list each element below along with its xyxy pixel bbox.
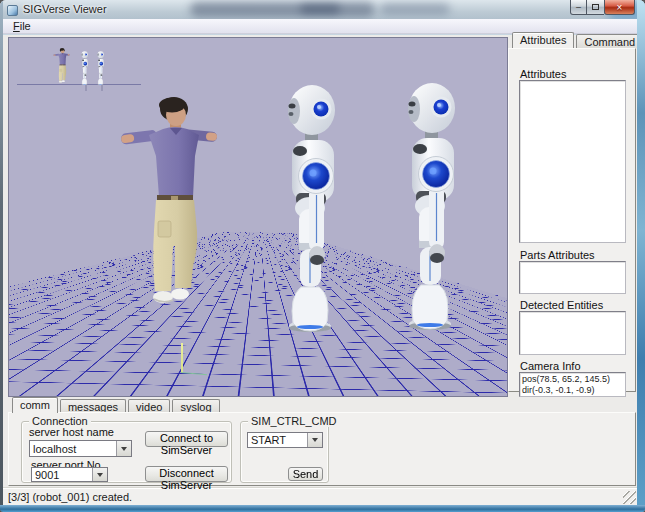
camera-dir: dir(-0.3, -0.1, -0.9) <box>522 385 623 396</box>
send-button[interactable]: Send <box>288 467 323 481</box>
mini-robot-1[interactable] <box>80 51 90 85</box>
mini-robot-2[interactable] <box>96 51 106 85</box>
camera-pos: pos(78.5, 65.2, 145.5) <box>522 374 623 385</box>
maximize-icon <box>592 4 599 10</box>
minimize-button[interactable]: – <box>570 0 587 15</box>
maximize-button[interactable] <box>587 0 604 15</box>
server-host-label: server host name <box>29 426 114 438</box>
detected-entities-listbox[interactable] <box>519 311 626 355</box>
parts-attributes-listbox[interactable] <box>519 261 626 294</box>
sigverse-viewer-window: SIGVerse Viewer – × File <box>0 0 645 512</box>
aero-glass-blur <box>380 3 450 15</box>
comm-panel: comm messages video syslog Connection se… <box>8 397 636 486</box>
connection-groupbox: Connection server host name localhost se… <box>21 421 232 483</box>
attributes-listbox[interactable] <box>519 80 626 243</box>
chevron-down-icon[interactable] <box>92 468 107 481</box>
app-icon <box>7 5 18 16</box>
close-icon: × <box>617 2 623 13</box>
window-title: SIGVerse Viewer <box>23 3 107 15</box>
mini-scene-horizon-line <box>17 84 141 85</box>
tab-attributes[interactable]: Attributes <box>512 32 574 48</box>
camera-info-box: pos(78.5, 65.2, 145.5) dir(-0.3, -0.1, -… <box>519 372 626 397</box>
tab-messages[interactable]: messages <box>60 399 126 413</box>
server-port-combobox[interactable]: 9001 <box>31 467 108 482</box>
close-button[interactable]: × <box>604 0 635 15</box>
tab-video[interactable]: video <box>128 399 170 413</box>
tab-syslog[interactable]: syslog <box>172 399 219 413</box>
detected-entities-label: Detected Entities <box>520 299 603 311</box>
aero-glass-blur <box>300 4 340 14</box>
origin-axis-y <box>181 343 183 373</box>
sim-ctrl-cmd-group-label: SIM_CTRL_CMD <box>248 415 340 427</box>
minimize-icon: – <box>576 2 581 12</box>
camera-info-label: Camera Info <box>520 360 581 372</box>
resize-grip[interactable] <box>623 491 636 504</box>
sim-ctrl-cmd-combobox[interactable]: START <box>247 432 323 448</box>
sim-ctrl-cmd-groupbox: SIM_CTRL_CMD START Send <box>240 421 329 483</box>
window-border-left <box>0 0 3 512</box>
chevron-down-icon[interactable] <box>116 441 131 456</box>
status-bar: [3/3] (robot_001) created. <box>3 487 637 505</box>
tab-command[interactable]: Command <box>576 34 643 48</box>
menu-file[interactable]: File <box>9 20 35 32</box>
aero-glass-blur <box>190 2 375 17</box>
connect-simserver-button[interactable]: Connect to SimServer <box>145 431 228 447</box>
attributes-tab-page: Attributes Parts Attributes Detected Ent… <box>508 48 636 392</box>
attributes-panel: Attributes Command Attributes Parts Attr… <box>508 32 636 393</box>
chevron-down-icon[interactable] <box>307 433 322 447</box>
mini-human-avatar[interactable] <box>53 48 70 84</box>
title-bar[interactable]: SIGVerse Viewer – × <box>0 0 645 20</box>
parts-attributes-label: Parts Attributes <box>520 249 595 261</box>
mini-robot-shadow <box>101 85 103 91</box>
client-area: Attributes Command Attributes Parts Attr… <box>3 35 637 505</box>
status-message: [3/3] (robot_001) created. <box>8 491 132 503</box>
robot-figure-1[interactable] <box>279 83 349 333</box>
disconnect-simserver-button[interactable]: Disconnect SimServer <box>145 466 228 482</box>
comm-tab-page: Connection server host name localhost se… <box>8 412 636 486</box>
mini-robot-shadow <box>85 85 87 91</box>
server-host-combobox[interactable]: localhost <box>29 440 132 457</box>
robot-figure-2[interactable] <box>399 81 469 331</box>
window-border-bottom <box>0 505 645 512</box>
tab-comm[interactable]: comm <box>12 397 58 413</box>
viewport-3d[interactable] <box>8 37 508 397</box>
window-border-right <box>637 0 645 512</box>
human-avatar[interactable] <box>119 96 219 311</box>
attributes-label: Attributes <box>520 68 566 80</box>
